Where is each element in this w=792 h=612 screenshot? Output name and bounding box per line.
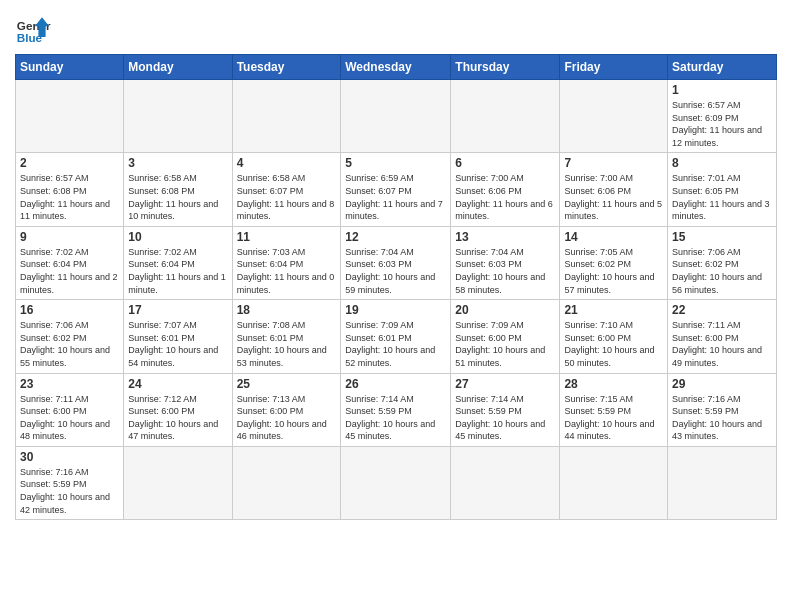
- day-number: 9: [20, 230, 119, 244]
- calendar-cell: 15Sunrise: 7:06 AM Sunset: 6:02 PM Dayli…: [668, 226, 777, 299]
- calendar-cell: [341, 80, 451, 153]
- day-info: Sunrise: 7:14 AM Sunset: 5:59 PM Dayligh…: [455, 393, 555, 443]
- day-info: Sunrise: 7:08 AM Sunset: 6:01 PM Dayligh…: [237, 319, 337, 369]
- calendar-week-1: 1Sunrise: 6:57 AM Sunset: 6:09 PM Daylig…: [16, 80, 777, 153]
- day-number: 6: [455, 156, 555, 170]
- day-number: 26: [345, 377, 446, 391]
- day-number: 2: [20, 156, 119, 170]
- calendar-cell: [16, 80, 124, 153]
- day-number: 22: [672, 303, 772, 317]
- calendar-cell: 22Sunrise: 7:11 AM Sunset: 6:00 PM Dayli…: [668, 300, 777, 373]
- calendar-cell: 6Sunrise: 7:00 AM Sunset: 6:06 PM Daylig…: [451, 153, 560, 226]
- day-info: Sunrise: 7:05 AM Sunset: 6:02 PM Dayligh…: [564, 246, 663, 296]
- day-info: Sunrise: 7:16 AM Sunset: 5:59 PM Dayligh…: [672, 393, 772, 443]
- day-info: Sunrise: 6:58 AM Sunset: 6:07 PM Dayligh…: [237, 172, 337, 222]
- day-number: 16: [20, 303, 119, 317]
- day-info: Sunrise: 6:57 AM Sunset: 6:08 PM Dayligh…: [20, 172, 119, 222]
- day-info: Sunrise: 7:10 AM Sunset: 6:00 PM Dayligh…: [564, 319, 663, 369]
- day-number: 14: [564, 230, 663, 244]
- day-number: 11: [237, 230, 337, 244]
- day-info: Sunrise: 7:06 AM Sunset: 6:02 PM Dayligh…: [20, 319, 119, 369]
- calendar-cell: 27Sunrise: 7:14 AM Sunset: 5:59 PM Dayli…: [451, 373, 560, 446]
- calendar-cell: [560, 80, 668, 153]
- day-number: 18: [237, 303, 337, 317]
- day-info: Sunrise: 7:14 AM Sunset: 5:59 PM Dayligh…: [345, 393, 446, 443]
- calendar-cell: 3Sunrise: 6:58 AM Sunset: 6:08 PM Daylig…: [124, 153, 232, 226]
- day-info: Sunrise: 7:15 AM Sunset: 5:59 PM Dayligh…: [564, 393, 663, 443]
- day-number: 4: [237, 156, 337, 170]
- weekday-header-row: SundayMondayTuesdayWednesdayThursdayFrid…: [16, 55, 777, 80]
- calendar-week-3: 9Sunrise: 7:02 AM Sunset: 6:04 PM Daylig…: [16, 226, 777, 299]
- weekday-header-saturday: Saturday: [668, 55, 777, 80]
- calendar-week-5: 23Sunrise: 7:11 AM Sunset: 6:00 PM Dayli…: [16, 373, 777, 446]
- day-info: Sunrise: 7:13 AM Sunset: 6:00 PM Dayligh…: [237, 393, 337, 443]
- calendar-cell: 28Sunrise: 7:15 AM Sunset: 5:59 PM Dayli…: [560, 373, 668, 446]
- page-header: General Blue: [15, 10, 777, 46]
- day-info: Sunrise: 7:01 AM Sunset: 6:05 PM Dayligh…: [672, 172, 772, 222]
- calendar-cell: 12Sunrise: 7:04 AM Sunset: 6:03 PM Dayli…: [341, 226, 451, 299]
- calendar-cell: 13Sunrise: 7:04 AM Sunset: 6:03 PM Dayli…: [451, 226, 560, 299]
- calendar-cell: 19Sunrise: 7:09 AM Sunset: 6:01 PM Dayli…: [341, 300, 451, 373]
- day-info: Sunrise: 7:04 AM Sunset: 6:03 PM Dayligh…: [455, 246, 555, 296]
- day-number: 8: [672, 156, 772, 170]
- calendar-cell: 20Sunrise: 7:09 AM Sunset: 6:00 PM Dayli…: [451, 300, 560, 373]
- calendar-cell: 8Sunrise: 7:01 AM Sunset: 6:05 PM Daylig…: [668, 153, 777, 226]
- weekday-header-wednesday: Wednesday: [341, 55, 451, 80]
- day-number: 12: [345, 230, 446, 244]
- day-number: 15: [672, 230, 772, 244]
- calendar-cell: [124, 446, 232, 519]
- weekday-header-tuesday: Tuesday: [232, 55, 341, 80]
- day-info: Sunrise: 6:59 AM Sunset: 6:07 PM Dayligh…: [345, 172, 446, 222]
- day-info: Sunrise: 7:04 AM Sunset: 6:03 PM Dayligh…: [345, 246, 446, 296]
- calendar-cell: [341, 446, 451, 519]
- day-number: 25: [237, 377, 337, 391]
- calendar-cell: [232, 80, 341, 153]
- calendar: SundayMondayTuesdayWednesdayThursdayFrid…: [15, 54, 777, 520]
- calendar-cell: 30Sunrise: 7:16 AM Sunset: 5:59 PM Dayli…: [16, 446, 124, 519]
- day-number: 20: [455, 303, 555, 317]
- calendar-cell: 7Sunrise: 7:00 AM Sunset: 6:06 PM Daylig…: [560, 153, 668, 226]
- calendar-cell: 17Sunrise: 7:07 AM Sunset: 6:01 PM Dayli…: [124, 300, 232, 373]
- day-info: Sunrise: 7:02 AM Sunset: 6:04 PM Dayligh…: [20, 246, 119, 296]
- calendar-cell: 21Sunrise: 7:10 AM Sunset: 6:00 PM Dayli…: [560, 300, 668, 373]
- day-number: 21: [564, 303, 663, 317]
- day-number: 10: [128, 230, 227, 244]
- day-info: Sunrise: 7:09 AM Sunset: 6:01 PM Dayligh…: [345, 319, 446, 369]
- calendar-cell: 26Sunrise: 7:14 AM Sunset: 5:59 PM Dayli…: [341, 373, 451, 446]
- day-info: Sunrise: 7:00 AM Sunset: 6:06 PM Dayligh…: [564, 172, 663, 222]
- calendar-cell: [124, 80, 232, 153]
- calendar-cell: 29Sunrise: 7:16 AM Sunset: 5:59 PM Dayli…: [668, 373, 777, 446]
- calendar-cell: 23Sunrise: 7:11 AM Sunset: 6:00 PM Dayli…: [16, 373, 124, 446]
- day-info: Sunrise: 7:06 AM Sunset: 6:02 PM Dayligh…: [672, 246, 772, 296]
- calendar-week-2: 2Sunrise: 6:57 AM Sunset: 6:08 PM Daylig…: [16, 153, 777, 226]
- day-number: 19: [345, 303, 446, 317]
- calendar-cell: [232, 446, 341, 519]
- logo: General Blue: [15, 10, 51, 46]
- day-info: Sunrise: 7:12 AM Sunset: 6:00 PM Dayligh…: [128, 393, 227, 443]
- logo-icon: General Blue: [15, 10, 51, 46]
- calendar-cell: [668, 446, 777, 519]
- day-number: 7: [564, 156, 663, 170]
- calendar-week-6: 30Sunrise: 7:16 AM Sunset: 5:59 PM Dayli…: [16, 446, 777, 519]
- calendar-cell: 10Sunrise: 7:02 AM Sunset: 6:04 PM Dayli…: [124, 226, 232, 299]
- day-number: 30: [20, 450, 119, 464]
- calendar-cell: 16Sunrise: 7:06 AM Sunset: 6:02 PM Dayli…: [16, 300, 124, 373]
- day-info: Sunrise: 6:57 AM Sunset: 6:09 PM Dayligh…: [672, 99, 772, 149]
- calendar-cell: 11Sunrise: 7:03 AM Sunset: 6:04 PM Dayli…: [232, 226, 341, 299]
- calendar-cell: [451, 80, 560, 153]
- day-number: 5: [345, 156, 446, 170]
- calendar-cell: 4Sunrise: 6:58 AM Sunset: 6:07 PM Daylig…: [232, 153, 341, 226]
- calendar-cell: 2Sunrise: 6:57 AM Sunset: 6:08 PM Daylig…: [16, 153, 124, 226]
- calendar-cell: 24Sunrise: 7:12 AM Sunset: 6:00 PM Dayli…: [124, 373, 232, 446]
- day-info: Sunrise: 6:58 AM Sunset: 6:08 PM Dayligh…: [128, 172, 227, 222]
- weekday-header-friday: Friday: [560, 55, 668, 80]
- day-info: Sunrise: 7:07 AM Sunset: 6:01 PM Dayligh…: [128, 319, 227, 369]
- calendar-cell: 25Sunrise: 7:13 AM Sunset: 6:00 PM Dayli…: [232, 373, 341, 446]
- calendar-cell: [451, 446, 560, 519]
- day-number: 1: [672, 83, 772, 97]
- day-info: Sunrise: 7:03 AM Sunset: 6:04 PM Dayligh…: [237, 246, 337, 296]
- day-info: Sunrise: 7:02 AM Sunset: 6:04 PM Dayligh…: [128, 246, 227, 296]
- day-number: 27: [455, 377, 555, 391]
- day-info: Sunrise: 7:00 AM Sunset: 6:06 PM Dayligh…: [455, 172, 555, 222]
- weekday-header-thursday: Thursday: [451, 55, 560, 80]
